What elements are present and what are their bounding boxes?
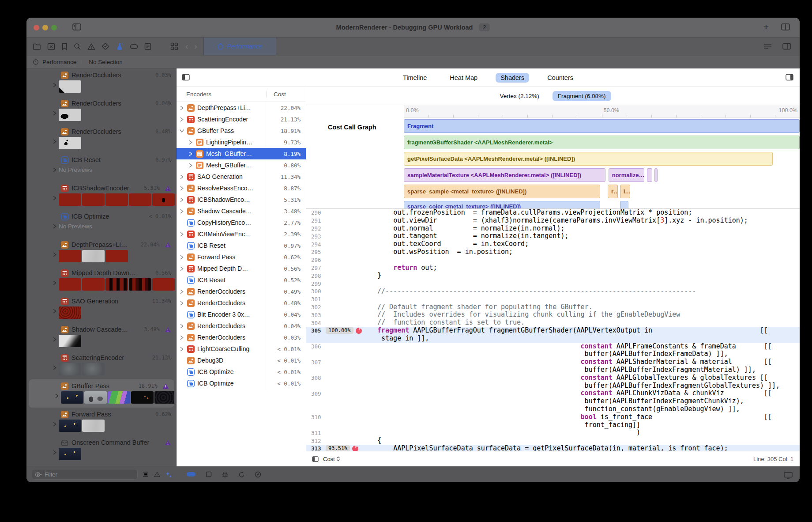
tab-performance[interactable]: Performance bbox=[203, 38, 276, 55]
disclosure-chevron-icon[interactable] bbox=[53, 450, 56, 455]
project-navigator-icon[interactable] bbox=[33, 43, 41, 50]
sidebar-row[interactable]: RenderOccluders0.04% bbox=[26, 97, 177, 125]
encoder-row[interactable]: Shadow Cascade…3.48% bbox=[177, 205, 306, 217]
code-line[interactable]: 307 constant AAPLShaderMaterial & materi… bbox=[306, 358, 800, 366]
disclosure-chevron-icon[interactable] bbox=[53, 365, 56, 370]
disclosure-chevron-icon[interactable] bbox=[53, 309, 56, 314]
preview-thumbnail[interactable] bbox=[59, 137, 81, 149]
code-line[interactable]: front_facing]] bbox=[306, 421, 800, 429]
sidebar-row[interactable]: Mipped Depth Down…0.56% bbox=[26, 266, 177, 295]
code-line[interactable]: 296 bbox=[306, 256, 800, 264]
encoder-row[interactable]: RenderOccluders0.49% bbox=[177, 286, 306, 297]
flame-bar[interactable] bbox=[620, 201, 629, 208]
sidebar-row[interactable]: ICB Optimize< 0.01%No Previews bbox=[26, 210, 177, 238]
code-line[interactable]: 292 out.normal = normalize(in.normal); bbox=[306, 225, 800, 233]
code-line[interactable]: 300//-----------------------------------… bbox=[306, 287, 800, 295]
breadcrumb-root[interactable]: Performance bbox=[42, 59, 76, 65]
code-line[interactable]: 291 out.viewDir = (xhalf3)normalize(came… bbox=[306, 217, 800, 225]
flame-bar[interactable]: Fragment bbox=[404, 119, 800, 133]
preview-thumbnail[interactable] bbox=[105, 278, 128, 291]
preview-thumbnail[interactable] bbox=[59, 363, 81, 375]
breakpoint-navigator-icon[interactable] bbox=[130, 43, 138, 50]
disclosure-chevron-icon[interactable] bbox=[189, 163, 195, 168]
disclosure-chevron-icon[interactable] bbox=[180, 301, 186, 306]
continue-square-icon[interactable] bbox=[206, 471, 212, 477]
sidebar-row[interactable]: ScatteringEncoder21.13% bbox=[26, 351, 177, 379]
sidebar-row[interactable]: ICB Reset0.97%No Previews bbox=[26, 153, 177, 182]
preview-thumbnail[interactable] bbox=[129, 193, 151, 206]
flame-bar[interactable]: getPixelSurfaceData <AAPLMeshRenderer.me… bbox=[404, 152, 773, 166]
disclosure-chevron-icon[interactable] bbox=[53, 337, 56, 342]
code-line[interactable]: 304// function constant is set to true. bbox=[306, 319, 800, 327]
disclosure-chevron-icon[interactable] bbox=[53, 224, 56, 229]
code-line[interactable]: function_constant(gEnableDebugView) ]], bbox=[306, 405, 800, 413]
sidebar-row[interactable]: Onscreen Command Buffer bbox=[26, 436, 177, 464]
sidebar-row[interactable]: SAO Generation11.34% bbox=[26, 295, 177, 323]
disclosure-chevron-icon[interactable] bbox=[53, 280, 56, 285]
disclosure-chevron-icon[interactable] bbox=[189, 140, 195, 145]
disclosure-chevron-icon[interactable] bbox=[180, 289, 186, 294]
encoder-row[interactable]: LightCoarseCulling< 0.01% bbox=[177, 343, 306, 355]
code-line[interactable]: 31393.51% AAPLPixelSurfaceData surfaceDa… bbox=[306, 445, 800, 451]
flame-bar[interactable] bbox=[647, 168, 653, 182]
sidebar-row[interactable]: RenderOccluders0.03% bbox=[26, 68, 177, 97]
code-line[interactable]: 306 constant AAPLFrameConstants & frameD… bbox=[306, 343, 800, 351]
preview-thumbnail[interactable] bbox=[105, 250, 128, 262]
disclosure-chevron-icon[interactable] bbox=[180, 106, 186, 110]
preview-thumbnail[interactable] bbox=[131, 391, 154, 404]
flame-bar[interactable]: r… bbox=[608, 185, 618, 198]
disclosure-chevron-icon[interactable] bbox=[180, 335, 186, 340]
encoder-row[interactable]: GBuffer Pass18.91% bbox=[177, 125, 306, 136]
warning-icon[interactable] bbox=[165, 327, 171, 333]
sidebar-row[interactable]: RenderOccluders0.48% bbox=[26, 125, 177, 153]
encoder-row[interactable]: Mipped Depth D…0.56% bbox=[177, 263, 306, 274]
cost-column-header[interactable]: Cost bbox=[266, 91, 306, 98]
encoder-row[interactable]: ScatteringEncoder21.13% bbox=[177, 113, 306, 125]
disclosure-chevron-icon[interactable] bbox=[180, 255, 186, 260]
encoder-row[interactable]: LightingPipelin…9.73% bbox=[177, 136, 306, 148]
encoder-row[interactable]: DepthPrepass+Li…22.04% bbox=[177, 102, 306, 113]
preview-thumbnail[interactable] bbox=[59, 278, 81, 291]
flame-bar[interactable]: l… bbox=[620, 185, 630, 198]
report-navigator-icon[interactable] bbox=[144, 43, 151, 50]
insights-sparkles-icon[interactable] bbox=[165, 471, 172, 478]
editor-layout-icon[interactable] bbox=[782, 43, 791, 50]
preview-thumbnail[interactable] bbox=[82, 193, 105, 206]
sidebar-row[interactable]: GBuffer Pass18.91% bbox=[29, 379, 174, 408]
encoder-row[interactable]: Mesh_GBuffer…0.80% bbox=[177, 159, 306, 171]
preview-thumbnail[interactable] bbox=[59, 448, 81, 460]
panel-inspector-toggle-icon[interactable] bbox=[786, 74, 793, 81]
code-line[interactable]: 301 bbox=[306, 295, 800, 303]
preview-thumbnail[interactable] bbox=[152, 193, 175, 206]
flame-bar[interactable]: sampleMaterialTexture <AAPLMeshRenderer.… bbox=[404, 168, 605, 182]
encoder-row[interactable]: ICBShadowEnco…5.31% bbox=[177, 194, 306, 205]
tab-overview-icon[interactable] bbox=[170, 42, 178, 50]
encoder-row[interactable]: RenderOccluders0.48% bbox=[177, 297, 306, 309]
disclosure-chevron-icon[interactable] bbox=[180, 209, 186, 214]
flame-bar[interactable]: fragmentGBufferShader <AAPLMeshRenderer.… bbox=[404, 136, 800, 149]
disclosure-chevron-icon[interactable] bbox=[180, 324, 186, 329]
disclosure-chevron-icon[interactable] bbox=[180, 197, 186, 202]
line-cost-badge[interactable]: 93.51% bbox=[326, 445, 350, 451]
flame-bar[interactable]: sparse_sample <metal_texture> ([INLINED]… bbox=[404, 185, 600, 198]
adjust-editor-icon[interactable] bbox=[763, 43, 772, 50]
encoder-row[interactable]: Debug3D< 0.01% bbox=[177, 355, 306, 366]
disclosure-chevron-icon[interactable] bbox=[180, 266, 186, 271]
warning-icon[interactable] bbox=[165, 440, 171, 446]
tab-shaders[interactable]: Shaders bbox=[496, 73, 529, 83]
tab-timeline[interactable]: Timeline bbox=[398, 73, 432, 83]
preview-thumbnail[interactable] bbox=[84, 391, 107, 404]
code-line[interactable]: 295 out.wsPosition = in.position; bbox=[306, 248, 800, 256]
flatten-hierarchy-icon[interactable] bbox=[142, 471, 149, 478]
code-line[interactable]: 290 out.frozenPosition = frameData.cullP… bbox=[306, 209, 800, 217]
sidebar-row[interactable]: Forward Pass0.62% bbox=[26, 408, 177, 436]
filter-field[interactable]: Filter bbox=[32, 469, 138, 480]
code-line[interactable]: buffer(AAPLBufferIndexFragmentGlobalText… bbox=[306, 382, 800, 390]
preview-thumbnail[interactable] bbox=[59, 306, 81, 319]
display-monitor-icon[interactable] bbox=[784, 472, 793, 479]
encoder-row[interactable]: ICB Optimize< 0.01% bbox=[177, 366, 306, 378]
preview-thumbnail[interactable] bbox=[82, 363, 105, 375]
preview-thumbnail[interactable] bbox=[59, 250, 81, 262]
replay-icon[interactable] bbox=[238, 471, 245, 478]
warning-icon[interactable] bbox=[162, 383, 169, 389]
